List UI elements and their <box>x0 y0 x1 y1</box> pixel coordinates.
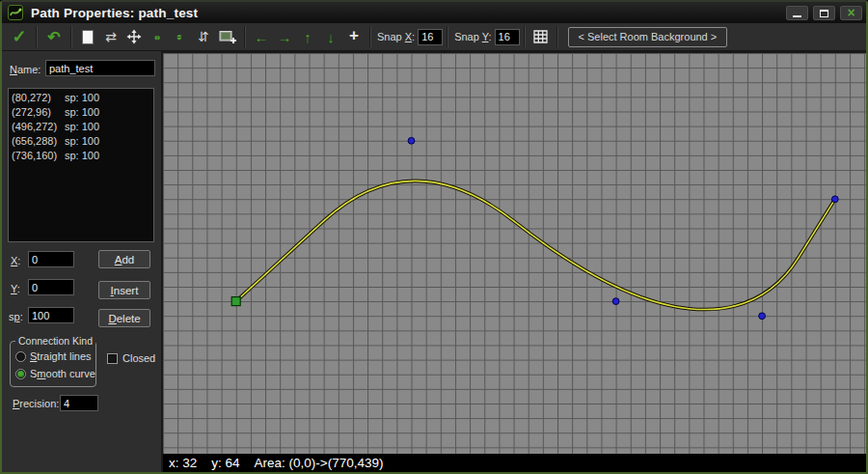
point-list-item[interactable]: (80,272)sp: 100 <box>12 91 153 105</box>
move-left-button[interactable]: ← <box>250 25 273 48</box>
center-view-button[interactable]: + <box>342 25 366 48</box>
point-list-item[interactable]: (736,160)sp: 100 <box>12 149 153 163</box>
mirror-horizontal-icon: ◖◗ <box>155 32 158 42</box>
path-point[interactable] <box>612 298 619 305</box>
undo-button[interactable]: ↶ <box>41 25 67 48</box>
scale-path-button[interactable] <box>215 25 240 48</box>
move-down-button[interactable]: ↓ <box>319 25 342 48</box>
grid-toggle-button[interactable] <box>529 25 553 48</box>
minimize-icon <box>793 15 801 17</box>
toolbar-separator <box>447 26 448 47</box>
insert-button[interactable]: Insert <box>98 281 150 299</box>
snap-y-label: Snap Y: <box>454 31 491 42</box>
title-bar[interactable]: Path Properties: path_test × <box>2 2 866 23</box>
y-label: Y: <box>11 283 20 294</box>
blank-page-icon <box>82 30 94 44</box>
connection-kind-title: Connection Kind <box>15 335 95 347</box>
snap-x-input[interactable] <box>418 29 443 45</box>
path-canvas-area <box>161 51 866 454</box>
rotate-path-button[interactable]: ⇵ <box>192 25 215 48</box>
arrow-left-icon: ← <box>255 29 269 45</box>
arrow-down-icon: ↓ <box>327 29 335 45</box>
x-input[interactable] <box>28 251 74 267</box>
path-point[interactable] <box>408 137 415 144</box>
scale-path-icon <box>219 29 237 44</box>
precision-label: Precision: <box>13 398 59 409</box>
clear-path-button[interactable] <box>76 25 99 48</box>
point-list-item[interactable]: (496,272)sp: 100 <box>12 120 153 134</box>
snap-x-label: Snap X: <box>377 31 415 42</box>
sp-input[interactable] <box>28 307 74 323</box>
flip-vertical-button[interactable]: ◖◗ <box>169 25 192 48</box>
toolbar-separator <box>36 26 38 47</box>
sp-label: sp: <box>9 311 23 322</box>
path-canvas[interactable] <box>163 53 866 454</box>
path-curve-icon <box>8 5 23 20</box>
point-list-item[interactable]: (656,288)sp: 100 <box>12 134 153 149</box>
select-room-background-button[interactable]: < Select Room Background > <box>568 27 728 47</box>
shift-path-button[interactable] <box>122 25 146 48</box>
toolbar-separator <box>70 26 72 47</box>
points-list[interactable]: (80,272)sp: 100(272,96)sp: 100(496,272)s… <box>8 88 154 242</box>
name-input[interactable] <box>45 60 155 76</box>
snap-y-input[interactable] <box>495 29 520 45</box>
close-button[interactable]: × <box>840 6 862 20</box>
connection-kind-group: Connection Kind Straight lines Smooth cu… <box>10 341 96 387</box>
delete-button[interactable]: Delete <box>98 309 150 327</box>
name-label: Name: <box>10 64 41 75</box>
check-icon: ✓ <box>12 26 26 47</box>
arrow-right-icon: → <box>278 29 292 45</box>
straight-lines-radio[interactable] <box>15 351 26 362</box>
side-panel: Name: (80,272)sp: 100(272,96)sp: 100(496… <box>2 51 161 472</box>
path-properties-window: Path Properties: path_test × ✓ ↶ ⇄ ◖◗ ◖◗… <box>0 0 868 474</box>
status-y: y: 64 <box>211 456 239 470</box>
move-right-button[interactable]: → <box>273 25 296 48</box>
closed-checkbox[interactable] <box>107 353 118 364</box>
reverse-path-icon: ⇄ <box>105 29 117 44</box>
add-button[interactable]: Add <box>98 250 150 268</box>
closed-label: Closed <box>122 352 155 364</box>
undo-arrow-icon: ↶ <box>47 28 60 46</box>
mirror-horizontal-button[interactable]: ◖◗ <box>146 25 169 48</box>
status-x: x: 32 <box>169 456 197 470</box>
ok-button[interactable]: ✓ <box>7 25 32 48</box>
rotate-updown-icon: ⇵ <box>198 29 209 44</box>
move-up-button[interactable]: ↑ <box>296 25 319 48</box>
smooth-curve-radio[interactable] <box>15 369 26 379</box>
status-area: Area: (0,0)->(770,439) <box>255 456 384 470</box>
path-start-point[interactable] <box>231 297 240 306</box>
y-input[interactable] <box>28 279 74 295</box>
select-room-background-label: < Select Room Background > <box>579 31 718 42</box>
x-label: X: <box>11 255 20 266</box>
smooth-curve-option[interactable]: Smooth curve <box>15 368 95 379</box>
flip-vertical-icon: ◖◗ <box>176 35 186 38</box>
toolbar-separator <box>556 26 558 47</box>
toolbar-separator <box>369 26 371 47</box>
closed-option[interactable]: Closed <box>107 352 155 364</box>
toolbar: ✓ ↶ ⇄ ◖◗ ◖◗ ⇵ ← → ↑ ↓ + Snap X: <box>2 23 866 51</box>
arrow-up-icon: ↑ <box>304 29 312 45</box>
shift-path-icon <box>126 29 142 44</box>
close-icon: × <box>847 6 854 19</box>
minimize-button[interactable] <box>786 6 808 20</box>
toolbar-separator <box>524 26 526 47</box>
toolbar-separator <box>244 26 246 47</box>
precision-input[interactable] <box>60 395 98 411</box>
straight-lines-option[interactable]: Straight lines <box>15 350 92 362</box>
status-bar: x: 32 y: 64 Area: (0,0)->(770,439) <box>161 454 866 472</box>
center-cross-icon: + <box>349 26 359 45</box>
maximize-button[interactable] <box>813 6 835 20</box>
path-point[interactable] <box>831 196 838 203</box>
reverse-path-button[interactable]: ⇄ <box>99 25 122 48</box>
maximize-icon <box>820 10 828 17</box>
grid-icon <box>533 30 548 43</box>
point-list-item[interactable]: (272,96)sp: 100 <box>12 105 153 120</box>
grid-background[interactable] <box>163 53 866 454</box>
window-title: Path Properties: path_test <box>31 6 198 20</box>
path-point[interactable] <box>759 313 766 320</box>
